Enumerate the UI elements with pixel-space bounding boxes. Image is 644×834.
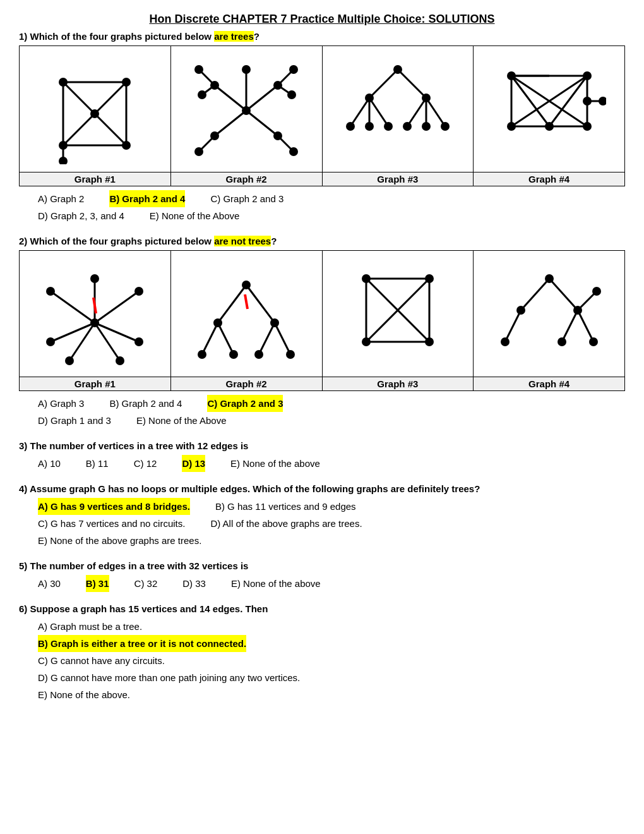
svg-line-71 <box>51 291 95 323</box>
svg-line-28 <box>215 111 246 136</box>
q2-graph4-label: Graph #4 <box>474 377 625 391</box>
svg-line-91 <box>202 323 218 354</box>
q1-graph3-label: Graph #3 <box>322 172 474 186</box>
svg-point-95 <box>198 350 206 359</box>
svg-point-46 <box>384 122 393 131</box>
svg-point-6 <box>59 78 68 87</box>
svg-point-50 <box>403 122 412 131</box>
svg-point-7 <box>122 78 131 87</box>
q6-ansA: A) Graph must be a tree. <box>38 618 142 635</box>
q1-graph2 <box>189 57 303 164</box>
q5-ansB: B) 31 <box>86 575 109 592</box>
q3-ansB: B) 11 <box>86 455 109 472</box>
svg-line-43 <box>369 98 388 126</box>
svg-line-110 <box>505 310 521 342</box>
q5-title: 5) The number of edges in a tree with 32… <box>19 560 625 571</box>
svg-point-66 <box>545 122 554 131</box>
q5-ansA: A) 30 <box>38 575 61 592</box>
q2-graph2 <box>189 260 303 370</box>
question-6: 6) Suppose a graph has 15 vertices and 1… <box>19 603 625 703</box>
svg-point-105 <box>425 337 434 346</box>
q1-ansB: B) Graph 2 and 4 <box>109 190 185 207</box>
q2-graph1 <box>38 260 152 370</box>
svg-point-8 <box>122 141 131 150</box>
q5-ansC: C) 32 <box>134 575 158 592</box>
svg-line-115 <box>578 310 593 342</box>
q2-graph4 <box>492 260 606 370</box>
q2-graph3 <box>341 260 455 370</box>
svg-point-31 <box>194 147 203 156</box>
q2-answers: A) Graph 3 B) Graph 2 and 4 C) Graph 2 a… <box>38 395 625 429</box>
svg-point-44 <box>346 122 355 131</box>
svg-line-114 <box>562 310 578 342</box>
svg-point-119 <box>592 287 601 296</box>
svg-line-93 <box>259 323 275 354</box>
q1-title: 1) Which of the four graphs pictured bel… <box>19 31 625 42</box>
svg-point-15 <box>242 65 251 74</box>
q5-ansD: D) 33 <box>182 575 206 592</box>
svg-line-87 <box>218 285 246 323</box>
svg-point-78 <box>46 287 55 296</box>
svg-line-22 <box>246 85 278 111</box>
svg-point-52 <box>441 122 450 131</box>
svg-point-19 <box>194 65 203 74</box>
q4-ansA: A) G has 9 vertices and 8 bridges. <box>38 498 190 515</box>
q4-ansD: D) All of the above graphs are trees. <box>210 515 362 532</box>
q4-title: 4) Assume graph G has no loops or multip… <box>19 483 625 494</box>
q2-ansA: A) Graph 3 <box>38 395 84 412</box>
svg-point-82 <box>90 274 99 283</box>
q2-graph1-label: Graph #1 <box>20 377 171 391</box>
svg-point-68 <box>583 122 592 131</box>
question-4: 4) Assume graph G has no loops or multip… <box>19 483 625 549</box>
q1-graph4 <box>492 57 606 164</box>
svg-point-117 <box>589 337 598 346</box>
q1-graph-table: Graph #1 Graph #2 Graph #3 Graph #4 <box>19 45 625 186</box>
q1-graph4-label: Graph #4 <box>474 172 625 186</box>
q3-ansC: C) 12 <box>134 455 157 472</box>
q6-title: 6) Suppose a graph has 15 vertices and 1… <box>19 603 625 614</box>
q1-answers: A) Graph 2 B) Graph 2 and 4 C) Graph 2 a… <box>38 190 625 224</box>
q6-ansE: E) None of the above. <box>38 686 130 703</box>
q6-answers: A) Graph must be a tree. B) Graph is eit… <box>38 618 625 703</box>
svg-line-92 <box>218 323 234 354</box>
q1-graph1-label: Graph #1 <box>20 172 171 186</box>
q3-title: 3) The number of vertices in a tree with… <box>19 440 625 451</box>
svg-point-64 <box>507 71 516 80</box>
svg-line-72 <box>95 291 139 323</box>
q2-graph-table: Graph #1 Graph #2 Graph #3 Graph #4 <box>19 250 625 391</box>
q4-ansC: C) G has 7 vertices and no circuits. <box>38 515 185 532</box>
svg-point-51 <box>422 122 431 131</box>
q1-ansE: E) None of the Above <box>150 207 240 224</box>
svg-point-84 <box>116 356 124 365</box>
q2-title: 2) Which of the four graphs pictured bel… <box>19 236 625 246</box>
svg-point-83 <box>65 356 74 365</box>
question-5: 5) The number of edges in a tree with 32… <box>19 560 625 592</box>
svg-point-104 <box>425 274 434 283</box>
svg-point-27 <box>287 90 296 99</box>
q1-graph1 <box>38 57 152 164</box>
q1-graph2-label: Graph #2 <box>170 172 322 186</box>
svg-line-112 <box>549 279 578 310</box>
q6-ansB: B) Graph is either a tree or it is not c… <box>38 635 246 652</box>
svg-point-80 <box>46 337 55 346</box>
question-2: 2) Which of the four graphs pictured bel… <box>19 236 625 429</box>
svg-point-25 <box>289 65 298 74</box>
question-1: 1) Which of the four graphs pictured bel… <box>19 31 625 224</box>
q6-ansD: D) G cannot have more than one path join… <box>38 669 300 686</box>
svg-line-54 <box>511 76 549 126</box>
svg-point-106 <box>362 337 371 346</box>
svg-point-111 <box>501 337 510 346</box>
q1-graph3 <box>341 57 455 164</box>
q4-ansE: E) None of the above graphs are trees. <box>38 532 201 549</box>
svg-line-88 <box>246 285 275 323</box>
svg-line-38 <box>398 70 426 98</box>
svg-point-79 <box>134 287 143 296</box>
svg-line-99 <box>245 294 247 309</box>
q1-ansA: A) Graph 2 <box>38 190 84 207</box>
svg-line-108 <box>521 279 549 310</box>
svg-point-10 <box>90 109 99 118</box>
q4-ansB: B) G has 11 vertices and 9 edges <box>215 498 356 515</box>
q3-ansA: A) 10 <box>38 455 61 472</box>
svg-line-41 <box>350 98 369 126</box>
page-title: Hon Discrete CHAPTER 7 Practice Multiple… <box>19 13 625 26</box>
